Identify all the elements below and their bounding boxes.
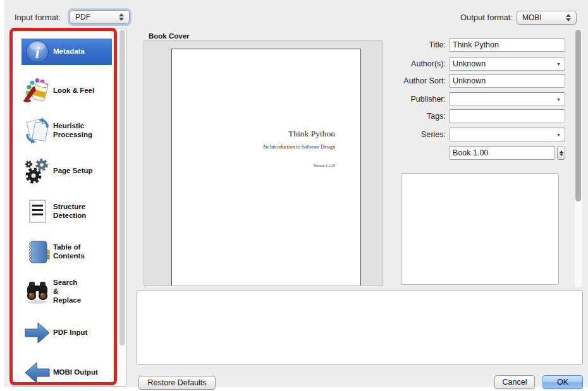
series-index-input[interactable]	[449, 146, 555, 160]
svg-text:i: i	[35, 44, 40, 62]
cover-title: Think Python	[262, 129, 335, 139]
input-format-value: PDF	[75, 13, 116, 21]
conversion-dialog-screen: Input format: PDF Output format: MOBI i	[0, 0, 588, 391]
title-label: Title:	[358, 40, 446, 49]
cancel-button[interactable]: Cancel	[494, 375, 535, 389]
arrow-right-icon	[21, 320, 53, 346]
popup-updown-icon	[563, 14, 573, 21]
info-icon: i	[21, 40, 53, 64]
dropdown-arrow-icon: ▼	[553, 129, 564, 140]
sidebar-item-label: Heuristic Processing	[53, 122, 92, 140]
output-format-popup[interactable]: MOBI	[517, 11, 577, 25]
input-format-label: Input format:	[15, 13, 61, 22]
dropdown-arrow-icon: ▼	[553, 93, 564, 105]
sidebar-item-heuristic-processing[interactable]: Heuristic Processing	[21, 116, 112, 146]
series-label: Series:	[358, 130, 446, 139]
gears-icon	[21, 157, 53, 186]
sidebar-item-structure-detection[interactable]: Structure Detection	[21, 196, 112, 227]
message-area	[137, 291, 583, 364]
sidebar-item-look-and-feel[interactable]: Look & Feel	[21, 76, 112, 106]
sidebar-item-label: Search & Replace	[53, 279, 81, 304]
sidebar-item-pdf-input[interactable]: PDF Input	[21, 318, 112, 348]
tags-label: Tags:	[358, 112, 446, 121]
publisher-combo[interactable]: ▼	[449, 92, 565, 106]
input-format-popup[interactable]: PDF	[70, 10, 130, 24]
sidebar-item-table-of-contents[interactable]: Table of Contents	[21, 237, 112, 267]
arrow-left-icon	[21, 359, 53, 386]
sidebar-item-label: Table of Contents	[53, 243, 85, 261]
tags-input[interactable]	[449, 109, 565, 123]
book-cover-preview: Think Python An Introduction to Software…	[171, 49, 361, 286]
sidebar-item-search-replace[interactable]: Search & Replace	[21, 277, 112, 307]
output-format-label: Output format:	[453, 13, 513, 22]
binoculars-icon	[21, 277, 53, 306]
authors-label: Author(s):	[358, 59, 446, 68]
cover-version: Version 1.1.19	[262, 164, 335, 167]
ok-button[interactable]: OK	[542, 375, 583, 389]
book-cover-panel: Think Python An Introduction to Software…	[144, 40, 383, 286]
book-cover-group-label: Book Cover	[149, 32, 190, 40]
series-index-stepper[interactable]	[557, 146, 565, 160]
cover-subtitle: An Introduction to Software Design	[262, 144, 335, 150]
author-sort-label: Author Sort:	[358, 76, 446, 85]
sidebar-scrollbar-thumb[interactable]	[119, 30, 125, 346]
authors-value: Unknown	[453, 59, 486, 68]
form-scrollbar-thumb[interactable]	[575, 30, 581, 202]
sidebar-item-label: Structure Detection	[53, 203, 86, 220]
pages-refresh-icon	[21, 116, 53, 145]
notebook-icon	[21, 238, 53, 267]
restore-defaults-button[interactable]: Restore Defaults	[138, 376, 216, 390]
title-input[interactable]	[449, 38, 565, 52]
sidebar-item-metadata[interactable]: i Metadata	[21, 39, 112, 65]
comments-box[interactable]	[401, 173, 559, 285]
series-combo[interactable]: ▼	[449, 128, 565, 141]
sidebar-item-label: MOBI Output	[53, 368, 98, 377]
output-format-value: MOBI	[522, 13, 563, 22]
publisher-label: Publisher:	[358, 95, 446, 104]
authors-combo[interactable]: Unknown ▼	[449, 57, 565, 71]
sidebar-item-label: Page Setup	[53, 167, 93, 176]
sidebar-item-label: PDF Input	[53, 328, 87, 337]
sidebar-item-label: Look & Feel	[53, 87, 94, 95]
convert-book-dialog: Input format: PDF Output format: MOBI i	[4, 0, 588, 387]
document-lines-icon	[21, 197, 53, 226]
sidebar-item-page-setup[interactable]: Page Setup	[21, 156, 112, 186]
book-cover-text: Think Python An Introduction to Software…	[262, 129, 335, 167]
paint-pot-icon	[21, 76, 53, 105]
author-sort-input[interactable]	[449, 74, 565, 88]
sidebar-item-mobi-output[interactable]: MOBI Output	[21, 358, 112, 388]
sidebar-item-label: Metadata	[53, 47, 85, 56]
dropdown-arrow-icon: ▼	[553, 58, 564, 69]
popup-updown-icon	[116, 13, 126, 21]
